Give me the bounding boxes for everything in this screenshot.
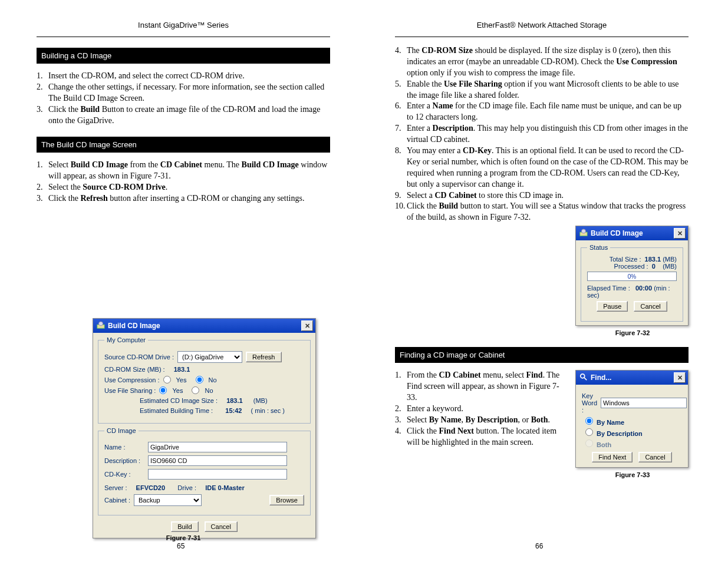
close-icon[interactable]: ✕ (674, 372, 686, 383)
filesharing-no-radio[interactable] (192, 386, 199, 394)
step-number: 1. (37, 160, 48, 182)
step-text: Change the other settings, if necessary.… (48, 82, 330, 104)
description-label: Description : (104, 457, 144, 464)
build-cd-image-dialog: Build CD Image ✕ My Computer Source CD-R… (93, 318, 316, 538)
step-number: 6. (395, 101, 407, 123)
step-number: 3. (395, 415, 407, 426)
figure-caption-7-32: Figure 7-32 (577, 329, 689, 336)
refresh-button[interactable]: Refresh (246, 352, 282, 362)
keyword-label: Key Word : (582, 392, 597, 414)
step-number: 3. (37, 193, 48, 204)
by-description-option[interactable]: By Description (585, 428, 682, 437)
step-number: 2. (37, 182, 48, 193)
step-text: From the CD Cabinet menu, select Find. T… (407, 370, 568, 404)
svg-point-3 (582, 229, 586, 233)
by-name-radio[interactable] (585, 417, 593, 425)
no-label: No (205, 387, 213, 394)
server-label: Server : (104, 484, 127, 491)
step-text: The CD-ROM Size should be displayed. If … (407, 45, 689, 79)
drive-label: Drive : (177, 484, 196, 491)
figure-caption-7-31: Figure 7-31 (37, 534, 330, 541)
est-size-label: Estimated CD Image Size : (140, 397, 218, 404)
no-label: No (209, 376, 217, 384)
both-radio (585, 439, 593, 447)
est-size-value: 183.1 (226, 397, 243, 404)
compression-yes-radio[interactable] (163, 376, 171, 384)
step-text: Enter a keyword. (407, 404, 463, 415)
by-description-radio[interactable] (585, 428, 593, 436)
description-input[interactable] (148, 455, 287, 466)
unit-mb: (MB) (663, 263, 677, 270)
step-text: You may enter a CD-Key. This is an optio… (407, 146, 689, 190)
close-icon[interactable]: ✕ (674, 228, 686, 239)
cancel-button[interactable]: Cancel (638, 452, 671, 462)
by-name-option[interactable]: By Name (585, 417, 682, 426)
use-compression-label: Use Compression : (104, 376, 160, 384)
filesharing-yes-radio[interactable] (159, 386, 167, 394)
dialog-title: Build CD Image (591, 229, 643, 237)
group-my-computer: My Computer Source CD-ROM Drive : (D:) G… (98, 336, 311, 424)
step-number: 10. (395, 201, 407, 223)
step-number: 2. (37, 82, 48, 104)
step-number: 5. (395, 79, 407, 101)
server-value: EFVCD20 (136, 484, 166, 491)
step-number: 4. (395, 426, 407, 448)
series-title-right: EtherFast® Network Attached Storage (395, 21, 689, 37)
keyword-input[interactable] (601, 398, 687, 408)
browse-button[interactable]: Browse (269, 495, 304, 505)
step-number: 9. (395, 190, 407, 201)
series-title-left: Instant GigaDrive™ Series (37, 21, 330, 37)
step-text: Enter a Description. This may help you d… (407, 123, 689, 146)
step-number: 1. (395, 370, 407, 404)
cdrom-size-value: 183.1 (174, 366, 190, 373)
yes-label: Yes (172, 387, 183, 394)
section-build-screen: The Build CD Image Screen (37, 137, 330, 153)
name-label: Name : (104, 444, 144, 451)
group-status: Status Total Size : 183.1 (MB) Processed… (581, 244, 683, 322)
app-icon (97, 321, 105, 331)
step-number: 8. (395, 146, 407, 190)
group-cd-image: CD Image Name : Description : CD-Key : S… (98, 427, 311, 515)
step-text: Click the Refresh button after inserting… (48, 193, 304, 204)
dialog-title: Find... (591, 373, 611, 382)
elapsed-value: 00:00 (635, 285, 652, 292)
est-time-label: Estimated Building Time : (140, 407, 213, 414)
elapsed-label: Elapsed Time : (587, 285, 630, 292)
dialog-title: Build CD Image (108, 322, 160, 330)
cabinet-select[interactable]: Backup (134, 494, 202, 506)
source-drive-label: Source CD-ROM Drive : (104, 353, 174, 361)
source-drive-select[interactable]: (D:) GigaDrive (177, 351, 242, 363)
step-text: Click the Find Next button. The located … (407, 426, 568, 448)
svg-point-1 (99, 321, 103, 325)
find-next-button[interactable]: Find Next (592, 452, 633, 462)
find-dialog: Find... ✕ Key Word : By Name By Descript… (575, 370, 689, 468)
svg-line-5 (584, 378, 587, 380)
est-time-unit: ( min : sec ) (251, 407, 285, 414)
step-text: Select By Name, By Description, or Both. (407, 415, 550, 426)
step-text: Enter a Name for the CD image file. Each… (407, 101, 689, 123)
both-option[interactable]: Both (585, 439, 682, 448)
step-text: Select the Source CD-ROM Drive. (48, 182, 167, 193)
build-status-dialog: Build CD Image ✕ Status Total Size : 183… (575, 226, 689, 326)
legend-status: Status (587, 244, 610, 251)
processed-value: 0 (652, 263, 655, 270)
pause-button[interactable]: Pause (597, 301, 628, 312)
est-time-value: 15:42 (225, 407, 242, 414)
step-text: Select a CD Cabinet to store this CD ima… (407, 190, 564, 201)
cdkey-input[interactable] (148, 469, 287, 480)
cdkey-label: CD-Key : (104, 471, 144, 478)
section-building-cd-image: Building a CD Image (37, 48, 330, 64)
step-text: Click the Build button to start. You wil… (407, 201, 689, 223)
page-number-left: 65 (177, 542, 185, 550)
step-number: 3. (37, 104, 48, 127)
compression-no-radio[interactable] (196, 376, 203, 384)
step-text: Click the Build Button to create an imag… (48, 104, 330, 127)
search-icon (579, 373, 588, 383)
drive-value: IDE 0-Master (205, 484, 245, 491)
processed-label: Processed : (614, 263, 648, 270)
close-icon[interactable]: ✕ (301, 320, 313, 331)
yes-label: Yes (176, 376, 187, 384)
name-input[interactable] (148, 442, 287, 452)
section-finding: Finding a CD image or Cabinet (395, 347, 689, 363)
cancel-button[interactable]: Cancel (634, 301, 667, 312)
